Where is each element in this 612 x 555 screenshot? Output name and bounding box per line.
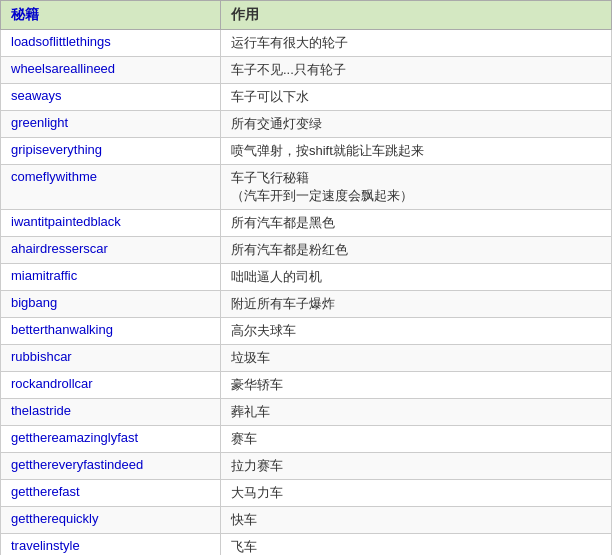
cheat-desc: 车子飞行秘籍（汽车开到一定速度会飘起来） — [221, 165, 612, 210]
table-row: rubbishcar垃圾车 — [1, 345, 612, 372]
cheat-key: greenlight — [1, 111, 221, 138]
table-row: loadsoflittlethings运行车有很大的轮子 — [1, 30, 612, 57]
table-row: bigbang附近所有车子爆炸 — [1, 291, 612, 318]
cheat-desc: 大马力车 — [221, 480, 612, 507]
cheat-desc: 运行车有很大的轮子 — [221, 30, 612, 57]
table-row: seaways车子可以下水 — [1, 84, 612, 111]
table-row: thelastride葬礼车 — [1, 399, 612, 426]
cheat-desc: 垃圾车 — [221, 345, 612, 372]
cheat-key: gripiseverything — [1, 138, 221, 165]
cheat-table: 秘籍 作用 loadsoflittlethings运行车有很大的轮子wheels… — [0, 0, 612, 555]
cheat-key: miamitraffic — [1, 264, 221, 291]
cheat-desc: 赛车 — [221, 426, 612, 453]
table-header-row: 秘籍 作用 — [1, 1, 612, 30]
table-row: getthereveryfastindeed拉力赛车 — [1, 453, 612, 480]
col2-header: 作用 — [221, 1, 612, 30]
cheat-key: iwantitpaintedblack — [1, 210, 221, 237]
cheat-key: betterthanwalking — [1, 318, 221, 345]
cheat-key: travelinstyle — [1, 534, 221, 555]
table-row: rockandrollcar豪华轿车 — [1, 372, 612, 399]
cheat-key: bigbang — [1, 291, 221, 318]
cheat-desc: 所有汽车都是黑色 — [221, 210, 612, 237]
table-row: greenlight所有交通灯变绿 — [1, 111, 612, 138]
cheat-desc: 车子不见...只有轮子 — [221, 57, 612, 84]
cheat-key: gettherequickly — [1, 507, 221, 534]
table-row: getthereamazinglyfast赛车 — [1, 426, 612, 453]
cheat-desc: 快车 — [221, 507, 612, 534]
col1-header: 秘籍 — [1, 1, 221, 30]
cheat-key: gettherefast — [1, 480, 221, 507]
table-row: wheelsareallineed车子不见...只有轮子 — [1, 57, 612, 84]
cheat-key: thelastride — [1, 399, 221, 426]
cheat-key: getthereamazinglyfast — [1, 426, 221, 453]
table-row: miamitraffic咄咄逼人的司机 — [1, 264, 612, 291]
table-row: comeflywithme车子飞行秘籍（汽车开到一定速度会飘起来） — [1, 165, 612, 210]
cheat-key: seaways — [1, 84, 221, 111]
cheat-key: getthereveryfastindeed — [1, 453, 221, 480]
cheat-desc: 豪华轿车 — [221, 372, 612, 399]
cheat-desc: 所有交通灯变绿 — [221, 111, 612, 138]
table-row: betterthanwalking高尔夫球车 — [1, 318, 612, 345]
cheat-desc: 喷气弹射，按shift就能让车跳起来 — [221, 138, 612, 165]
cheat-desc: 飞车 — [221, 534, 612, 555]
table-row: ahairdresserscar所有汽车都是粉红色 — [1, 237, 612, 264]
cheat-key: ahairdresserscar — [1, 237, 221, 264]
cheat-desc: 高尔夫球车 — [221, 318, 612, 345]
cheat-key: wheelsareallineed — [1, 57, 221, 84]
table-body: loadsoflittlethings运行车有很大的轮子wheelsareall… — [1, 30, 612, 556]
cheat-desc: 车子可以下水 — [221, 84, 612, 111]
table-row: gettherefast大马力车 — [1, 480, 612, 507]
table-row: iwantitpaintedblack所有汽车都是黑色 — [1, 210, 612, 237]
table-row: travelinstyle飞车 — [1, 534, 612, 555]
cheat-desc: 咄咄逼人的司机 — [221, 264, 612, 291]
cheat-key: loadsoflittlethings — [1, 30, 221, 57]
cheat-desc: 附近所有车子爆炸 — [221, 291, 612, 318]
cheat-desc: 葬礼车 — [221, 399, 612, 426]
cheat-desc: 所有汽车都是粉红色 — [221, 237, 612, 264]
table-row: gripiseverything喷气弹射，按shift就能让车跳起来 — [1, 138, 612, 165]
cheat-key: rockandrollcar — [1, 372, 221, 399]
table-row: gettherequickly快车 — [1, 507, 612, 534]
cheat-desc: 拉力赛车 — [221, 453, 612, 480]
cheat-key: rubbishcar — [1, 345, 221, 372]
cheat-key: comeflywithme — [1, 165, 221, 210]
